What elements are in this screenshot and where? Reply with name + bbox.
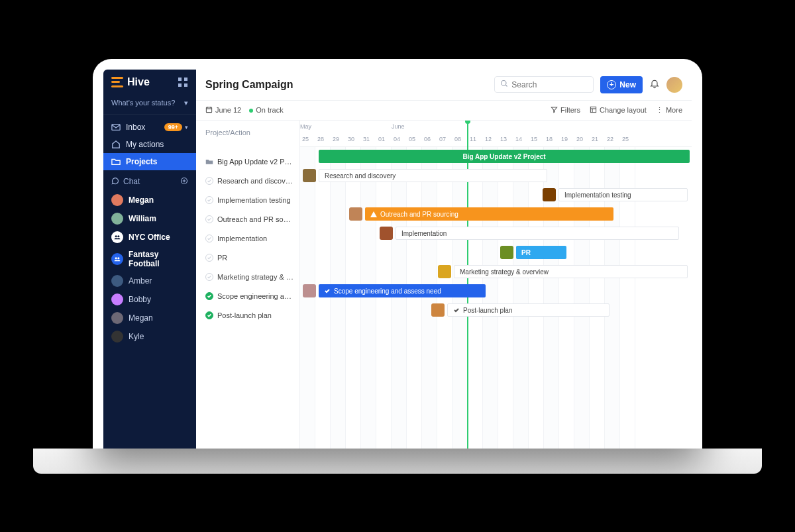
new-button-label: New <box>619 80 636 89</box>
nav-list: Inbox 99+ ▾ My actions Projects <box>103 115 196 170</box>
task-status-icon[interactable] <box>205 196 213 204</box>
timeline-bar[interactable]: Implementation testing <box>558 188 688 201</box>
task-label: PR <box>217 254 227 262</box>
timeline-bar[interactable]: Post-launch plan <box>447 303 610 317</box>
nav-projects[interactable]: Projects <box>103 153 196 170</box>
folder-icon <box>111 157 121 166</box>
chat-item-label: NYC Office <box>129 233 170 242</box>
notifications-icon[interactable] <box>649 78 660 91</box>
timeline-bar[interactable]: Outreach and PR sourcing <box>365 207 613 221</box>
chat-item[interactable]: NYC Office <box>103 228 196 246</box>
task-status-icon[interactable] <box>205 311 213 319</box>
svg-rect-3 <box>184 83 187 87</box>
timeline-day-label: 05 <box>409 136 415 142</box>
change-layout-button[interactable]: Change layout <box>590 106 647 115</box>
timeline-bar[interactable]: Big App Update v2 Project <box>319 150 690 163</box>
timeline-day-label: 28 <box>317 136 324 142</box>
add-chat-button[interactable] <box>180 177 188 187</box>
task-status-icon[interactable] <box>205 273 213 281</box>
nav-my-actions[interactable]: My actions <box>103 136 196 153</box>
chat-header-label: Chat <box>123 177 140 186</box>
nav-inbox-label: Inbox <box>126 123 145 132</box>
timeline-bar[interactable]: Marketing strategy & overview <box>454 265 688 278</box>
assignee-avatar[interactable] <box>303 169 316 182</box>
task-row[interactable]: PR <box>196 248 299 268</box>
home-icon <box>111 140 121 149</box>
chat-item[interactable]: Kyle <box>103 327 196 346</box>
task-status-icon[interactable] <box>205 254 213 262</box>
task-row[interactable]: Implementation testing <box>196 191 299 210</box>
timeline-day-label: 15 <box>531 136 537 142</box>
task-row[interactable]: Marketing strategy & over <box>196 268 299 287</box>
status-text: On track <box>256 106 284 114</box>
user-avatar[interactable] <box>666 77 682 93</box>
task-status-icon[interactable] <box>205 292 213 300</box>
chat-item[interactable]: Bobby <box>103 290 196 309</box>
timeline-row: Outreach and PR sourcing <box>300 205 692 224</box>
assignee-avatar[interactable] <box>438 265 451 278</box>
task-row[interactable]: Implementation <box>196 229 299 248</box>
timeline-day-label: 22 <box>607 136 613 142</box>
task-row[interactable]: Post-launch plan <box>196 306 299 325</box>
date-label: June 12 <box>215 106 241 114</box>
apps-grid-icon[interactable] <box>178 77 188 87</box>
svg-point-7 <box>117 235 119 237</box>
chat-item[interactable]: Amber <box>103 272 196 290</box>
filter-icon <box>551 106 558 115</box>
timeline-bar[interactable]: Scope engineering and assess need <box>319 284 486 297</box>
timeline[interactable]: MayJune 25282930310104050607081112131415… <box>300 121 692 449</box>
page-title: Spring Campaign <box>205 79 494 91</box>
topbar: Spring Campaign + New <box>196 70 692 101</box>
timeline-row: Research and discovery <box>300 166 692 186</box>
task-row[interactable]: Outreach and PR sourcing <box>196 210 299 229</box>
bar-label: Scope engineering and assess need <box>334 288 441 295</box>
search[interactable] <box>494 76 594 93</box>
assignee-avatar[interactable] <box>431 303 445 317</box>
project-row[interactable]: Big App Update v2 Project <box>196 152 299 172</box>
subbar: June 12 On track Filters Change layout ⋮… <box>196 101 692 121</box>
timeline-day-label: 25 <box>302 136 309 142</box>
chat-item[interactable]: Megan <box>103 309 196 327</box>
new-button[interactable]: + New <box>600 76 643 93</box>
more-button[interactable]: ⋮ More <box>656 106 682 115</box>
task-status-icon[interactable] <box>205 177 213 185</box>
bar-label: Big App Update v2 Project <box>462 153 545 160</box>
status-row[interactable]: What's your status? ▾ <box>103 95 196 115</box>
chat-item[interactable]: Fantasy Football <box>103 246 196 272</box>
assignee-avatar[interactable] <box>543 188 556 201</box>
timeline-row: Marketing strategy & overview <box>300 262 692 282</box>
search-input[interactable] <box>511 80 611 89</box>
timeline-row: Big App Update v2 Project <box>300 147 692 166</box>
task-label: Scope engineering and as <box>217 292 294 300</box>
svg-rect-4 <box>112 124 120 130</box>
assignee-avatar[interactable] <box>500 246 513 259</box>
timeline-day-label: 18 <box>546 136 553 142</box>
bar-label: Marketing strategy & overview <box>460 268 549 276</box>
chat-item[interactable]: William <box>103 209 196 228</box>
nav-inbox[interactable]: Inbox 99+ ▾ <box>103 119 196 136</box>
timeline-bar[interactable]: Research and discovery <box>319 169 547 182</box>
chat-icon <box>111 177 119 187</box>
task-status-icon[interactable] <box>205 215 213 223</box>
task-row[interactable]: Research and discovery <box>196 172 299 191</box>
date-chip[interactable]: June 12 <box>205 106 241 115</box>
assignee-avatar[interactable] <box>349 207 362 221</box>
brand-name: Hive <box>127 76 178 88</box>
mail-icon <box>111 123 121 132</box>
filters-button[interactable]: Filters <box>551 106 580 115</box>
task-row[interactable]: Scope engineering and as <box>196 287 299 306</box>
assignee-avatar[interactable] <box>303 284 316 297</box>
tasks-column: Project/Action Big App Update v2 Project… <box>196 121 300 449</box>
task-status-icon[interactable] <box>205 235 213 242</box>
timeline-bar[interactable]: PR <box>516 246 566 259</box>
svg-point-9 <box>117 257 119 259</box>
plus-icon: + <box>607 80 616 89</box>
svg-rect-11 <box>206 107 211 113</box>
timeline-bar[interactable]: Implementation <box>396 227 679 240</box>
assignee-avatar[interactable] <box>380 227 393 240</box>
chat-item-label: Megan <box>129 195 154 205</box>
timeline-day-label: 19 <box>561 136 568 142</box>
chat-item[interactable]: Megan <box>103 191 196 209</box>
brand: Hive <box>103 70 196 95</box>
chevron-down-icon: ▾ <box>184 99 188 107</box>
